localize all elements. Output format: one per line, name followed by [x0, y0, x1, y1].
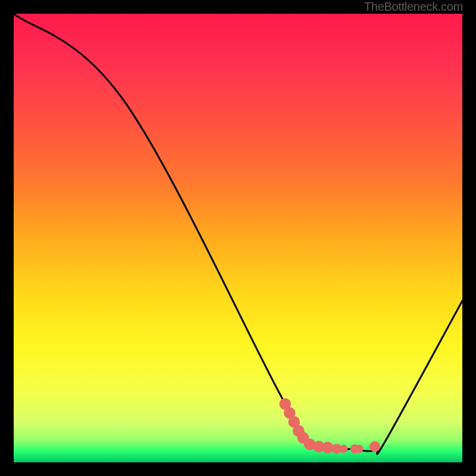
watermark-text: TheBottleneck.com — [364, 0, 463, 14]
svg-rect-0 — [14, 14, 462, 462]
chart-frame — [14, 14, 462, 462]
chart-background — [14, 14, 462, 462]
